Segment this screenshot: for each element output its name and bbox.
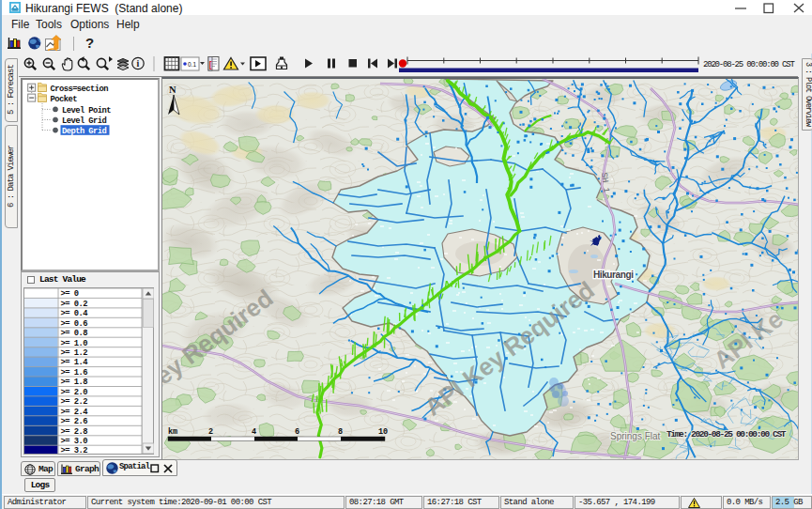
svg-text:>= 2.6: >= 2.6	[61, 417, 88, 426]
svg-text:Time: 2020-08-25 00:00:00 CST: Time: 2020-08-25 00:00:00 CST	[666, 429, 787, 440]
svg-text:i: i	[136, 58, 139, 69]
svg-text:Springs Flat: Springs Flat	[610, 431, 661, 441]
svg-text:>= 1.8: >= 1.8	[61, 378, 88, 387]
svg-text:>= 1.6: >= 1.6	[61, 368, 88, 378]
svg-text:6: 6	[295, 427, 299, 437]
svg-text:0.1: 0.1	[188, 61, 196, 68]
svg-text:Level Point: Level Point	[62, 106, 111, 116]
svg-text:Depth Grid: Depth Grid	[62, 127, 107, 136]
svg-text:>= 0.6: >= 0.6	[61, 319, 88, 329]
svg-text:>= 3.2: >= 3.2	[61, 446, 88, 455]
svg-text:>= 1.4: >= 1.4	[61, 358, 89, 367]
svg-text:2: 2	[208, 427, 213, 437]
svg-text:[: [	[209, 60, 212, 69]
svg-text:Pocket: Pocket	[51, 95, 78, 104]
svg-text:Level Grid: Level Grid	[62, 116, 107, 126]
svg-text:Cross=section: Cross=section	[51, 85, 109, 94]
svg-text:>= 0.2: >= 0.2	[61, 300, 88, 309]
svg-text:N: N	[169, 85, 176, 95]
svg-text:Hikurangi: Hikurangi	[593, 270, 634, 280]
svg-text:>= 0.4: >= 0.4	[61, 309, 89, 318]
svg-text:8: 8	[338, 427, 343, 437]
svg-text:10: 10	[378, 427, 388, 437]
svg-text:>= 3.0: >= 3.0	[61, 437, 88, 446]
svg-text:>= 2.8: >= 2.8	[61, 427, 88, 437]
svg-text:>= 0: >= 0	[61, 289, 79, 299]
svg-text:>= 2.2: >= 2.2	[61, 397, 88, 407]
svg-text:>= 2.0: >= 2.0	[61, 388, 88, 397]
svg-text:4: 4	[252, 427, 256, 437]
svg-text:2020-08-25 00:00:00 CST: 2020-08-25 00:00:00 CST	[703, 60, 795, 69]
svg-text:>= 2.4: >= 2.4	[61, 408, 89, 417]
svg-text:>= 1.0: >= 1.0	[61, 339, 88, 348]
svg-text:>= 1.2: >= 1.2	[61, 348, 88, 358]
svg-text:km: km	[168, 427, 177, 437]
svg-text:>= 0.8: >= 0.8	[61, 329, 88, 338]
